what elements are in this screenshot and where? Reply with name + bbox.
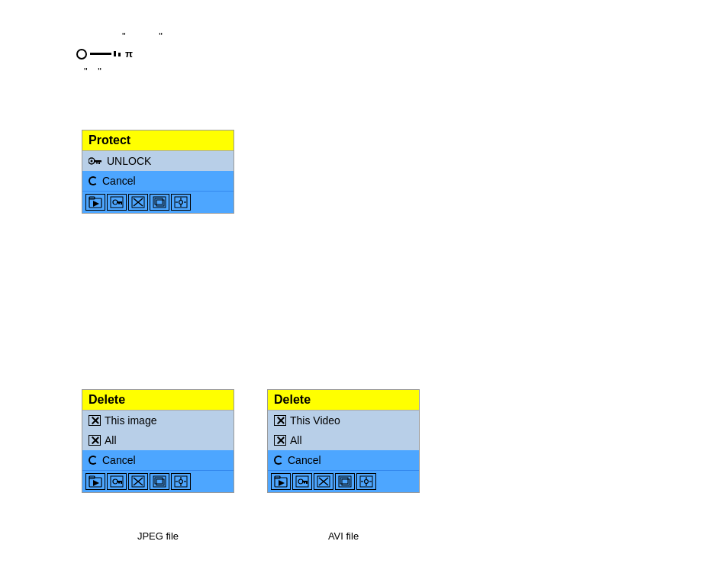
toolbar-key-icon[interactable] — [107, 194, 127, 211]
delete-jpeg-cancel-label: Cancel — [102, 454, 136, 466]
delete-jpeg-cancel-icon — [89, 456, 98, 465]
key-tooth-1 — [114, 51, 116, 56]
svg-rect-12 — [118, 203, 120, 205]
svg-rect-4 — [96, 163, 98, 164]
svg-rect-10 — [117, 201, 122, 203]
avi-toolbar-copy-icon[interactable] — [335, 473, 355, 490]
svg-rect-50 — [302, 481, 308, 482]
delete-avi-this-video-item[interactable]: This Video — [268, 411, 419, 430]
svg-rect-52 — [304, 482, 305, 484]
svg-marker-47 — [279, 480, 285, 486]
jpeg-toolbar-key-icon[interactable] — [107, 473, 127, 490]
key-icon: π — [76, 48, 133, 60]
delete-jpeg-cancel-item[interactable]: Cancel — [82, 450, 234, 470]
top-quotes: " " — [122, 31, 178, 42]
delete-jpeg-all-item[interactable]: All — [82, 430, 234, 450]
delete-jpeg-all-label: All — [105, 434, 117, 446]
toolbar-x-icon[interactable] — [128, 194, 148, 211]
delete-avi-cancel-label: Cancel — [288, 454, 321, 466]
avi-toolbar-folder-icon[interactable] — [271, 473, 291, 490]
delete-jpeg-icon-toolbar — [82, 470, 234, 492]
delete-avi-x-icon — [274, 415, 286, 426]
key-circle — [76, 49, 87, 60]
toolbar-settings-icon[interactable] — [171, 194, 191, 211]
unlock-item[interactable]: UNLOCK — [82, 151, 234, 171]
sub-quotes: " " — [84, 66, 178, 77]
key-teeth — [114, 51, 121, 56]
key-icon-area: π — [76, 48, 178, 60]
unlock-label: UNLOCK — [107, 155, 151, 167]
svg-point-1 — [91, 160, 93, 163]
svg-rect-11 — [121, 203, 122, 205]
page-container: " " π " " Protect — [0, 0, 728, 583]
avi-toolbar-x-icon[interactable] — [314, 473, 333, 490]
svg-rect-3 — [98, 163, 100, 165]
top-section: " " π " " — [76, 31, 178, 77]
avi-toolbar-key-icon[interactable] — [292, 473, 312, 490]
jpeg-toolbar-folder-icon[interactable] — [85, 473, 105, 490]
svg-marker-27 — [93, 480, 99, 486]
protect-panel-title: Protect — [82, 130, 234, 151]
protect-icon-toolbar — [82, 191, 234, 213]
jpeg-toolbar-settings-icon[interactable] — [171, 473, 191, 490]
svg-point-60 — [365, 480, 369, 484]
svg-rect-32 — [118, 482, 120, 484]
delete-avi-cancel-icon — [274, 456, 283, 465]
key-label-dash: π — [125, 48, 133, 60]
delete-avi-title: Delete — [268, 390, 419, 411]
svg-rect-31 — [121, 482, 122, 484]
svg-rect-2 — [94, 160, 101, 163]
delete-avi-cancel-item[interactable]: Cancel — [268, 450, 419, 470]
key-icon-svg — [89, 156, 102, 166]
svg-point-40 — [179, 480, 183, 484]
svg-rect-51 — [306, 482, 308, 484]
cancel-c-icon — [89, 176, 98, 185]
delete-jpeg-x-icon — [89, 415, 101, 426]
jpeg-toolbar-copy-icon[interactable] — [150, 473, 169, 490]
svg-point-20 — [179, 201, 183, 205]
protect-cancel-label: Cancel — [102, 175, 136, 187]
delete-avi-this-video-label: This Video — [290, 414, 340, 427]
protect-panel: Protect UNLOCK Cancel — [82, 130, 234, 214]
delete-jpeg-all-x-icon — [89, 435, 101, 446]
avi-file-label: AVI file — [267, 530, 420, 542]
delete-avi-all-x-icon — [274, 435, 286, 446]
unlock-key-icon — [89, 156, 102, 166]
delete-avi-all-item[interactable]: All — [268, 430, 419, 450]
avi-toolbar-settings-icon[interactable] — [356, 473, 376, 490]
jpeg-file-label: JPEG file — [82, 530, 234, 542]
key-shaft — [90, 53, 111, 55]
delete-jpeg-panel: Delete This image All Cancel — [82, 389, 234, 493]
toolbar-copy-icon[interactable] — [150, 194, 169, 211]
delete-jpeg-this-image-label: This image — [105, 414, 156, 427]
delete-jpeg-title: Delete — [82, 390, 234, 411]
svg-marker-7 — [93, 201, 99, 207]
delete-avi-icon-toolbar — [268, 470, 419, 492]
toolbar-folder-icon[interactable] — [85, 194, 105, 211]
delete-jpeg-this-image-item[interactable]: This image — [82, 411, 234, 430]
protect-cancel-item[interactable]: Cancel — [82, 171, 234, 191]
svg-rect-30 — [117, 481, 122, 482]
delete-avi-all-label: All — [290, 434, 302, 446]
delete-avi-panel: Delete This Video All Cancel — [267, 389, 420, 493]
key-tooth-2 — [118, 53, 121, 56]
jpeg-toolbar-x-icon[interactable] — [128, 473, 148, 490]
